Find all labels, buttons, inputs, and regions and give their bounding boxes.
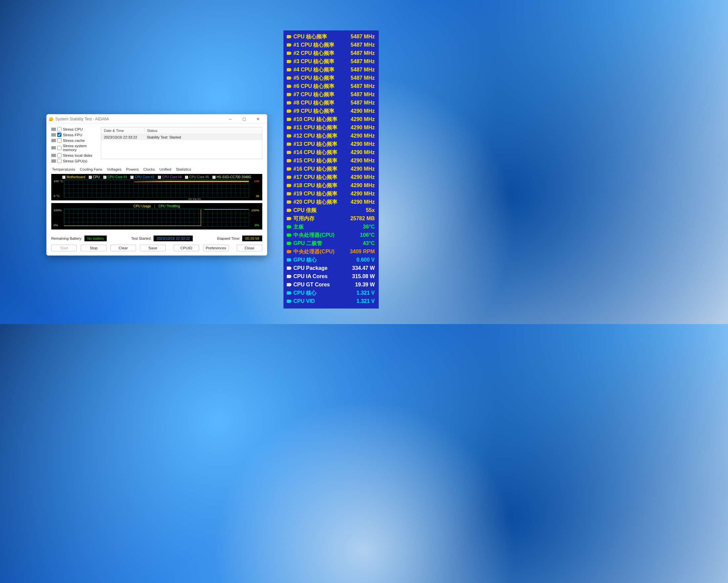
legend-checkbox[interactable] — [185, 176, 188, 179]
stress-checkbox[interactable] — [57, 133, 61, 137]
elapsed-time-value: 00:26:58 — [242, 235, 262, 241]
stress-checkbox[interactable] — [57, 138, 61, 142]
sensor-icon — [287, 76, 291, 80]
close-button[interactable]: Close — [237, 245, 262, 251]
temp-y-bot: 0 °C — [54, 194, 60, 198]
sensor-icon — [287, 299, 291, 303]
tab-powers[interactable]: Powers — [125, 167, 139, 173]
osd-row: #18 CPU 核心频率4290 MHz — [287, 181, 375, 189]
osd-row: #10 CPU 核心频率4290 MHz — [287, 115, 375, 123]
legend-checkbox[interactable] — [158, 176, 161, 179]
osd-value: 43°C — [363, 239, 375, 247]
tab-clocks[interactable]: Clocks — [143, 167, 156, 173]
legend-cpu-usage: CPU Usage — [134, 204, 151, 208]
preferences-button[interactable]: Preferences — [203, 245, 229, 251]
remaining-battery-value: No battery — [84, 235, 107, 241]
sensor-icon — [287, 234, 291, 237]
temp-y-top: 100 °C — [54, 179, 63, 183]
osd-value: 5487 MHz — [350, 49, 375, 57]
sensor-icon — [287, 118, 291, 121]
legend-checkbox[interactable] — [62, 176, 66, 179]
sensor-icon — [287, 176, 291, 179]
osd-value: 0.600 V — [357, 256, 375, 264]
osd-value: 315.08 W — [352, 272, 375, 281]
sensor-icon — [287, 126, 291, 129]
osd-row: #16 CPU 核心频率4290 MHz — [287, 165, 375, 173]
osd-row: 可用内存25782 MB — [287, 214, 375, 222]
stress-option[interactable]: Stress CPU — [51, 127, 98, 131]
stress-option[interactable]: Stress GPU(s) — [51, 159, 98, 163]
osd-row: CPU 核心频率5487 MHz — [287, 32, 375, 41]
usage-y-bot: 0% — [54, 223, 58, 227]
osd-label: CPU IA Cores — [293, 272, 350, 281]
status-row: Remaining Battery: No battery Test Start… — [51, 235, 262, 241]
legend-item[interactable]: Motherboard — [62, 175, 85, 179]
legend-checkbox[interactable] — [89, 176, 92, 179]
osd-label: #19 CPU 核心频率 — [293, 189, 348, 198]
tab-temperatures[interactable]: Temperatures — [51, 167, 76, 173]
osd-label: GPU 二极管 — [293, 239, 361, 247]
stress-option[interactable]: Stress local disks — [51, 153, 98, 157]
stress-checkbox[interactable] — [57, 159, 61, 163]
legend-item[interactable]: CPU — [89, 175, 100, 179]
osd-value: 106°C — [360, 231, 375, 239]
sensor-icon — [287, 142, 291, 146]
minimize-button[interactable]: ─ — [223, 115, 237, 123]
osd-value: 5487 MHz — [350, 41, 375, 49]
stress-checkbox[interactable] — [57, 146, 61, 150]
legend-item[interactable]: CPU Core #4 — [158, 175, 182, 179]
stress-label: Stress FPU — [63, 133, 82, 137]
osd-value: 5487 MHz — [350, 74, 375, 82]
tab-statistics[interactable]: Statistics — [175, 167, 192, 173]
osd-value: 4290 MHz — [350, 173, 375, 181]
cpuid-button[interactable]: CPUID — [174, 245, 199, 251]
osd-label: 中央处理器(CPU) — [293, 231, 358, 239]
osd-row: #1 CPU 核心频率5487 MHz — [287, 41, 375, 49]
osd-value: 3409 RPM — [349, 247, 375, 256]
tab-voltages[interactable]: Voltages — [106, 167, 122, 173]
legend-checkbox[interactable] — [212, 176, 216, 179]
stress-option[interactable]: Stress FPU — [51, 133, 98, 137]
osd-label: CPU GT Cores — [293, 281, 353, 289]
close-window-button[interactable]: ✕ — [251, 115, 265, 123]
disk-icon — [51, 154, 56, 157]
sensor-icon — [287, 151, 291, 154]
log-header-time: Date & Time — [101, 127, 144, 134]
stress-label: Stress CPU — [63, 127, 83, 131]
usage-y-top: 100% — [54, 208, 61, 212]
stress-option[interactable]: Stress system memory — [51, 144, 98, 152]
osd-label: #10 CPU 核心频率 — [293, 115, 348, 123]
titlebar[interactable]: System Stability Test - AIDA64 ─ ▢ ✕ — [47, 114, 267, 124]
sensor-icon — [287, 242, 291, 245]
stress-options: Stress CPUStress FPUStress cacheStress s… — [51, 127, 98, 164]
legend-label: CPU Core #4 — [162, 175, 182, 179]
osd-label: 主板 — [293, 222, 361, 231]
legend-checkbox[interactable] — [130, 176, 134, 179]
osd-row: #15 CPU 核心频率4290 MHz — [287, 156, 375, 165]
legend-item[interactable]: CPU Core #5 — [185, 175, 209, 179]
stress-checkbox[interactable] — [57, 153, 61, 157]
legend-item[interactable]: CPU Core #1 — [103, 175, 127, 179]
legend-checkbox[interactable] — [103, 176, 106, 179]
tab-cooling-fans[interactable]: Cooling Fans — [79, 167, 103, 173]
osd-row: 中央处理器(CPU)106°C — [287, 231, 375, 239]
log-status-cell: Stability Test: Started — [144, 134, 262, 140]
temp-readout-2: 36 — [256, 194, 259, 198]
tab-unified[interactable]: Unified — [159, 167, 172, 173]
osd-row: 主板36°C — [287, 222, 375, 231]
osd-label: #8 CPU 核心频率 — [293, 99, 348, 107]
osd-label: #3 CPU 核心频率 — [293, 57, 348, 65]
log-time-cell: 2023/10/16 22:33:22 — [101, 134, 144, 140]
sensor-icon — [287, 258, 291, 262]
clear-button[interactable]: Clear — [110, 245, 136, 251]
usage-readout-bot: 0% — [255, 223, 259, 227]
maximize-button[interactable]: ▢ — [237, 115, 251, 123]
legend-item[interactable]: HS-SSD-CC700 2048G — [212, 175, 251, 179]
save-button[interactable]: Save — [140, 245, 165, 251]
stress-option[interactable]: Stress cache — [51, 138, 98, 142]
legend-item[interactable]: CPU Core #2 — [130, 175, 154, 179]
legend-cpu-throttling: CPU Throttling — [158, 204, 180, 208]
stress-checkbox[interactable] — [57, 127, 61, 131]
stop-button[interactable]: Stop — [81, 245, 106, 251]
osd-label: CPU 核心 — [293, 289, 355, 297]
